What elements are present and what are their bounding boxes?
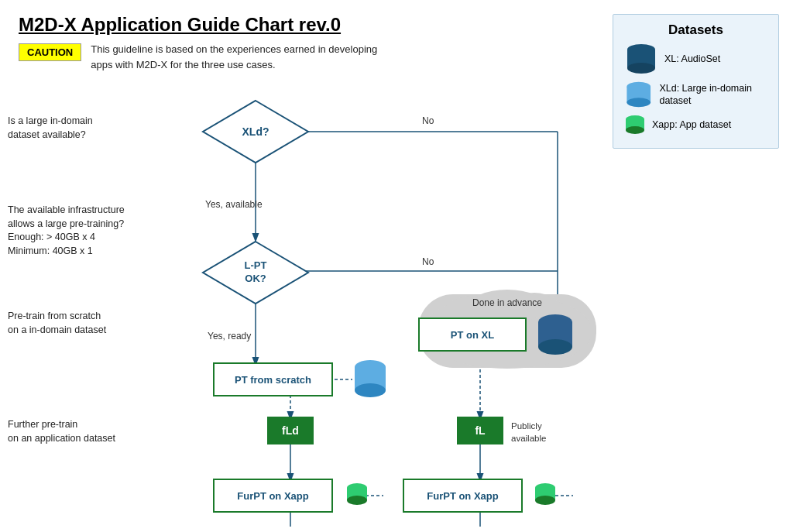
left-label-3: Pre-train from scratchon a in-domain dat… xyxy=(8,310,106,337)
datasets-title: Datasets xyxy=(624,22,767,38)
svg-text:No: No xyxy=(422,256,434,267)
diamond-xld-label: XLd? xyxy=(242,125,269,138)
left-label-4: Further pre-trainon an application datas… xyxy=(8,418,115,445)
caution-badge: CAUTION xyxy=(19,43,81,61)
dataset-xl-label: XL: AudioSet xyxy=(664,53,720,65)
furpt-left-box: FurPT on Xapp xyxy=(213,479,333,513)
furpt-right-label: FurPT on Xapp xyxy=(427,490,498,502)
fld-label: fLd xyxy=(282,424,299,437)
pt-xl-box: PT on XL xyxy=(418,317,527,352)
cylinder-xl-icon xyxy=(624,44,658,74)
left-label-2: The available infrastructure allows a la… xyxy=(8,204,128,258)
svg-text:No: No xyxy=(422,115,434,126)
svg-text:Yes, ready: Yes, ready xyxy=(208,331,251,342)
svg-point-43 xyxy=(538,339,572,355)
diamond-lpt-label: L-PTOK? xyxy=(245,259,267,286)
dataset-xld-label: XLd: Large in-domain dataset xyxy=(659,82,767,108)
fl-label: fL xyxy=(475,424,485,437)
svg-text:Yes, available: Yes, available xyxy=(205,199,263,210)
pt-from-scratch-box: PT from scratch xyxy=(213,362,333,396)
page: M2D-X Application Guide Chart rev.0 CAUT… xyxy=(0,0,793,532)
furpt-left-cylinder xyxy=(345,483,369,508)
pt-from-scratch-label: PT from scratch xyxy=(235,374,311,386)
svg-point-46 xyxy=(535,496,555,505)
diamond-xld: XLd? xyxy=(201,99,310,164)
publicly-available-label: Publiclyavailable xyxy=(511,420,546,444)
fld-box: fLd xyxy=(267,417,314,444)
done-in-advance-label: Done in advance xyxy=(472,297,542,308)
pt-xl-cylinder xyxy=(534,314,576,359)
svg-point-36 xyxy=(347,496,367,505)
furpt-right-box: FurPT on Xapp xyxy=(403,479,523,513)
flowchart-area: Yes, available No Yes, ready No xyxy=(124,85,666,527)
svg-point-2 xyxy=(627,63,655,74)
dataset-xl: XL: AudioSet xyxy=(624,44,767,74)
svg-point-33 xyxy=(355,383,386,397)
fl-box: fL xyxy=(457,417,503,444)
pt-xl-label: PT on XL xyxy=(451,329,494,341)
pt-scratch-cylinder xyxy=(351,360,390,402)
furpt-left-label: FurPT on Xapp xyxy=(237,490,308,502)
left-label-1: Is a large in-domaindataset available? xyxy=(8,115,93,142)
furpt-right-cylinder xyxy=(533,483,558,508)
header-description: This guideline is based on the experienc… xyxy=(91,42,385,72)
diamond-lpt: L-PTOK? xyxy=(201,240,310,305)
